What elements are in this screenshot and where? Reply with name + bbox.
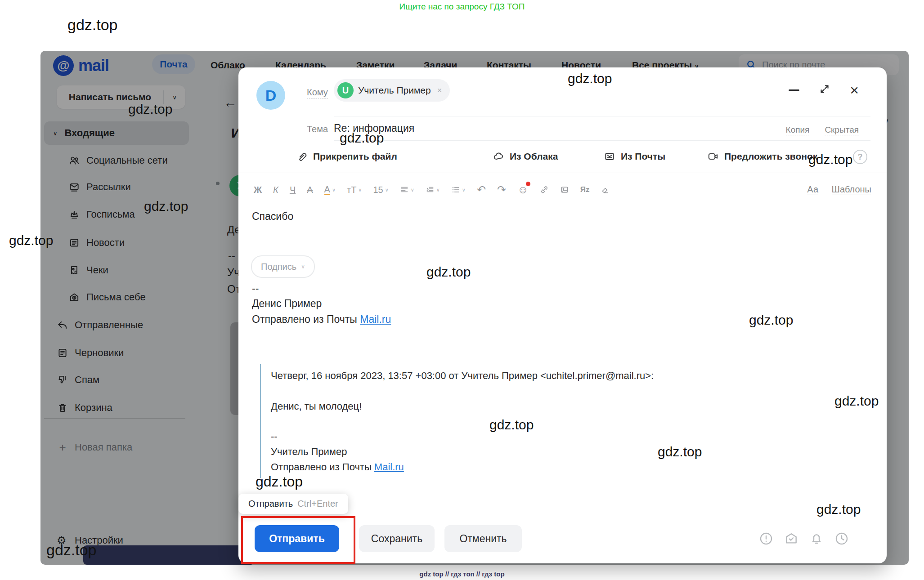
quote-header: Четверг, 16 ноября 2023, 13:57 +03:00 от… xyxy=(271,370,654,382)
divider xyxy=(238,173,887,173)
templates-link[interactable]: Шаблоны xyxy=(832,184,871,195)
font-color-icon[interactable]: А∨ xyxy=(324,185,336,195)
bold-icon[interactable]: Ж xyxy=(254,185,262,195)
cloud-icon xyxy=(493,151,504,162)
paperclip-icon xyxy=(296,151,308,162)
font-size-select[interactable]: 15∨ xyxy=(373,185,388,195)
divider xyxy=(334,140,870,141)
signature-button[interactable]: Подпись ∨ xyxy=(251,255,315,278)
promo-banner-text: Ищите нас по запросу ГДЗ ТОП xyxy=(0,2,924,12)
undo-icon[interactable]: ↶ xyxy=(477,183,486,196)
chevron-down-icon: ∨ xyxy=(301,263,305,270)
attach-file-button[interactable]: Прикрепить файл xyxy=(296,148,397,165)
quote-dashes: -- xyxy=(271,431,278,442)
important-icon[interactable] xyxy=(759,531,773,548)
mail-icon xyxy=(604,151,615,162)
italic-icon[interactable]: К xyxy=(273,185,278,195)
compose-modal: D Кому U Учитель Пример × × Тема Re: инф… xyxy=(238,67,887,563)
align-icon[interactable]: ∨ xyxy=(400,185,414,194)
cancel-button[interactable]: Отменить xyxy=(444,525,522,552)
translate-icon[interactable]: Яz xyxy=(580,185,590,194)
bcc-link[interactable]: Скрытая xyxy=(825,125,859,135)
link-icon[interactable] xyxy=(540,185,549,194)
close-icon[interactable]: × xyxy=(850,85,859,95)
send-button[interactable]: Отправить xyxy=(255,525,339,552)
signature-sent-from: Отправлено из Почты Mail.ru xyxy=(252,313,391,326)
mailru-link[interactable]: Mail.ru xyxy=(360,313,391,325)
save-button[interactable]: Сохранить xyxy=(359,525,435,552)
mailru-link[interactable]: Mail.ru xyxy=(374,461,404,473)
quote-signature-name: Учитель Пример xyxy=(271,446,347,458)
subject-input[interactable]: Re: информация xyxy=(334,122,414,134)
signature-dashes: -- xyxy=(252,282,259,294)
minimize-icon[interactable] xyxy=(789,89,799,91)
from-mail-button[interactable]: Из Почты xyxy=(604,148,665,165)
font-family-icon[interactable]: тТ∨ xyxy=(347,185,362,195)
recipient-chip[interactable]: U Учитель Пример × xyxy=(334,79,450,102)
redo-icon[interactable]: ↷ xyxy=(497,183,506,196)
receipt-confirm-icon[interactable] xyxy=(784,531,798,548)
help-icon[interactable]: ? xyxy=(853,150,867,164)
sender-avatar: D xyxy=(256,81,285,110)
quoted-message: Четверг, 16 ноября 2023, 13:57 +03:00 от… xyxy=(260,364,777,478)
to-field-label[interactable]: Кому xyxy=(307,87,328,98)
video-call-icon xyxy=(707,151,719,162)
strikethrough-icon[interactable]: А xyxy=(307,185,313,195)
footer-text: gdz top // гдз топ // гдз top xyxy=(0,570,924,578)
subject-field-label: Тема xyxy=(307,124,328,135)
message-body-text[interactable]: Спасибо xyxy=(252,210,293,223)
quote-text: Денис, ты молодец! xyxy=(271,401,362,412)
eraser-icon[interactable] xyxy=(601,185,610,194)
quote-sent-from: Отправлено из Почты Mail.ru xyxy=(271,461,404,473)
signature-name: Денис Пример xyxy=(252,298,322,310)
recipient-avatar: U xyxy=(337,82,354,98)
recipient-name: Учитель Пример xyxy=(358,85,431,96)
image-icon[interactable] xyxy=(560,185,569,194)
from-cloud-button[interactable]: Из Облака xyxy=(493,148,558,165)
formatting-toolbar: Ж К Ч А А∨ тТ∨ 15∨ ∨ ∨ ∨ ↶ ↷ ☺ Яz xyxy=(254,181,610,199)
emoji-icon[interactable]: ☺ xyxy=(517,183,529,196)
indent-icon[interactable]: ∨ xyxy=(426,185,440,194)
remove-recipient-icon[interactable]: × xyxy=(437,86,442,95)
schedule-send-icon[interactable] xyxy=(834,531,849,548)
expand-icon[interactable] xyxy=(819,84,830,96)
notification-dot xyxy=(526,182,530,186)
divider xyxy=(334,116,870,116)
spellcheck-icon[interactable]: Аа xyxy=(807,184,818,195)
list-icon[interactable]: ∨ xyxy=(451,185,466,194)
send-tooltip: Отправить Ctrl+Enter xyxy=(238,494,348,514)
underline-icon[interactable]: Ч xyxy=(290,185,296,195)
suggest-call-button[interactable]: Предложить звонок xyxy=(707,148,817,165)
cc-link[interactable]: Копия xyxy=(786,125,810,135)
reminder-bell-icon[interactable] xyxy=(809,531,824,548)
gdz-watermark: gdz.top xyxy=(67,16,118,34)
